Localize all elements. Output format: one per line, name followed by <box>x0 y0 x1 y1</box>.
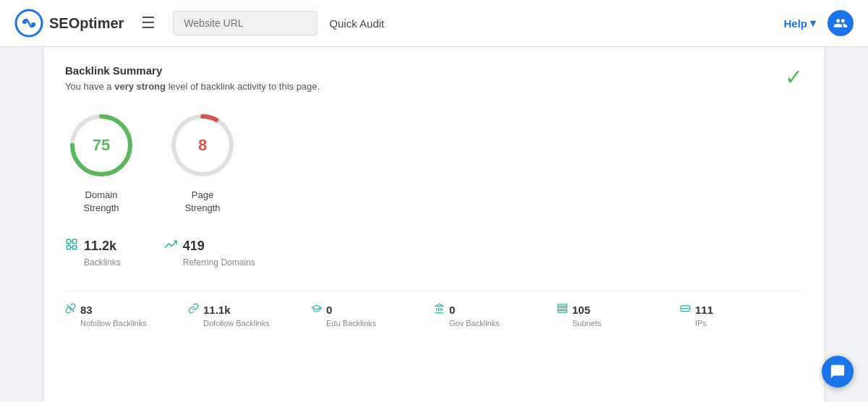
page-label-line2: Strength <box>184 202 220 213</box>
domain-label-line2: Strength <box>83 202 119 213</box>
svg-rect-10 <box>73 246 77 249</box>
nofollow-label: Nofollow Backlinks <box>80 319 147 328</box>
edu-stat: 0 Edu Backlinks <box>311 303 434 328</box>
help-chevron-icon: ▾ <box>810 17 816 30</box>
dofollow-stat-top: 11.1k <box>188 303 231 316</box>
dofollow-value: 11.1k <box>203 304 231 316</box>
left-sidebar <box>0 47 43 402</box>
subtitle-strong: very strong <box>114 81 166 92</box>
nofollow-stat-top: 83 <box>65 303 93 316</box>
dofollow-stat: 11.1k Dofollow Backlinks <box>188 303 311 328</box>
main-layout: Backlink Summary You have a very strong … <box>0 47 868 402</box>
gov-label: Gov Backlinks <box>449 319 500 328</box>
subtitle-post: level of backlink activity to this page. <box>166 81 320 92</box>
backlinks-stat: 11.2k Backlinks <box>65 238 121 268</box>
content-area: Backlink Summary You have a very strong … <box>43 47 825 402</box>
dofollow-icon <box>188 303 199 316</box>
strength-row: 75 Domain Strength 8 Pa <box>65 109 803 215</box>
referring-domains-stat-top: 419 <box>164 238 205 255</box>
gov-value: 0 <box>449 304 455 316</box>
chat-bubble-button[interactable] <box>822 356 854 388</box>
gov-icon <box>434 303 445 316</box>
svg-rect-19 <box>558 308 567 310</box>
edu-stat-top: 0 <box>311 303 332 316</box>
logo-text: SEOptimer <box>49 15 124 32</box>
backlinks-icon <box>65 238 78 255</box>
subnets-label: Subnets <box>572 319 601 328</box>
help-label: Help <box>783 17 807 30</box>
backlinks-stat-top: 11.2k <box>65 238 116 255</box>
quick-audit-button[interactable]: Quick Audit <box>329 17 384 30</box>
svg-rect-20 <box>558 311 567 313</box>
svg-marker-17 <box>436 304 443 307</box>
page-strength-value: 8 <box>198 136 207 155</box>
nofollow-stat: 83 Nofollow Backlinks <box>65 303 188 328</box>
domain-strength-meter: 75 <box>65 109 137 181</box>
svg-rect-7 <box>67 240 70 244</box>
referring-domains-icon <box>164 238 177 255</box>
domain-strength-item: 75 Domain Strength <box>65 109 137 215</box>
dofollow-label: Dofollow Backlinks <box>203 319 270 328</box>
section-title: Backlink Summary <box>65 64 803 77</box>
svg-rect-18 <box>558 304 567 307</box>
svg-rect-9 <box>67 246 70 249</box>
svg-rect-8 <box>73 240 77 244</box>
domain-strength-label: Domain Strength <box>83 189 119 215</box>
gov-stat: 0 Gov Backlinks <box>434 303 557 328</box>
domain-strength-value: 75 <box>93 136 110 155</box>
section-subtitle: You have a very strong level of backlink… <box>65 81 803 92</box>
logo-area: SEOptimer <box>14 9 124 38</box>
referring-domains-value: 419 <box>183 239 205 254</box>
edu-value: 0 <box>326 304 332 316</box>
backlinks-label: Backlinks <box>84 257 121 268</box>
backlinks-value: 11.2k <box>84 239 116 254</box>
svg-point-1 <box>22 20 27 24</box>
url-input[interactable] <box>173 11 318 35</box>
page-label-line1: Page <box>192 189 213 200</box>
ips-value: 111 <box>695 304 713 316</box>
edu-label: Edu Backlinks <box>326 319 376 328</box>
nofollow-value: 83 <box>80 304 93 316</box>
subnets-icon <box>557 303 568 316</box>
page-strength-item: 8 Page Strength <box>166 109 239 215</box>
page-strength-label: Page Strength <box>184 189 220 215</box>
subtitle-pre: You have a <box>65 81 114 92</box>
page-strength-meter: 8 <box>166 109 239 181</box>
referring-domains-label: Referring Domains <box>183 257 255 268</box>
ips-stat: 111 IPs <box>680 303 803 328</box>
ips-label: IPs <box>695 319 707 328</box>
subnets-stat: 105 Subnets <box>557 303 680 328</box>
svg-point-2 <box>31 22 35 27</box>
user-avatar-icon[interactable] <box>827 10 854 36</box>
subnets-stat-top: 105 <box>557 303 590 316</box>
ips-icon <box>680 303 691 316</box>
right-sidebar <box>825 47 868 402</box>
seoptimer-logo-icon <box>14 9 43 38</box>
nofollow-icon <box>65 303 76 316</box>
edu-icon <box>311 303 322 316</box>
chat-icon <box>830 364 846 380</box>
hamburger-menu-icon[interactable]: ☰ <box>141 14 156 33</box>
users-svg <box>833 16 848 30</box>
checkmark-icon: ✓ <box>785 64 803 90</box>
help-button[interactable]: Help ▾ <box>783 17 816 30</box>
gov-stat-top: 0 <box>434 303 455 316</box>
svg-line-11 <box>67 305 75 312</box>
bottom-stats-row: 83 Nofollow Backlinks 11.1k Dofollow Bac… <box>65 291 803 328</box>
header: SEOptimer ☰ Quick Audit Help ▾ <box>0 0 868 47</box>
stats-row: 11.2k Backlinks 419 Referring Domains <box>65 238 803 268</box>
ips-stat-top: 111 <box>680 303 713 316</box>
referring-domains-stat: 419 Referring Domains <box>164 238 255 268</box>
subnets-value: 105 <box>572 304 590 316</box>
domain-label-line1: Domain <box>85 189 118 200</box>
